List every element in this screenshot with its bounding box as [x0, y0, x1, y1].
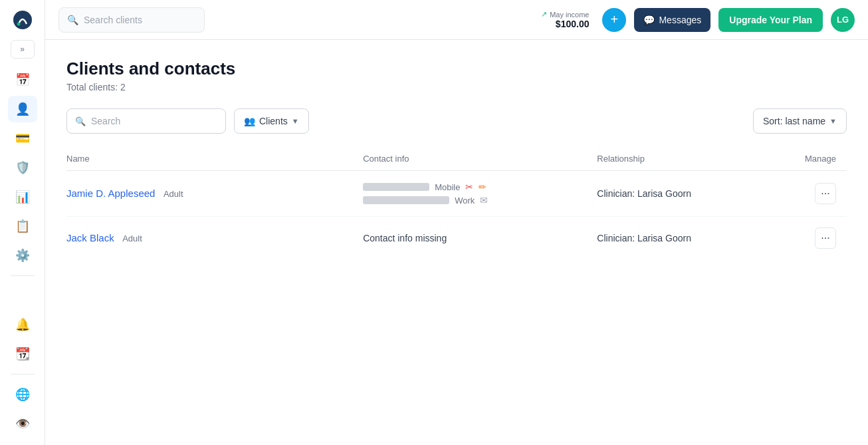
sidebar-item-analytics[interactable]: 📊 — [8, 184, 37, 210]
sidebar-divider-2 — [11, 374, 35, 374]
clients-filter-icon: 👥 — [244, 116, 255, 126]
sort-label: Sort: last name — [763, 116, 825, 126]
calendar-icon: 📅 — [15, 73, 30, 87]
table-header: Name Contact info Relationship Manage — [66, 147, 847, 171]
sidebar-bottom: 🔔 📆 🌐 👁️ — [8, 311, 37, 437]
col-manage: Manage — [769, 147, 847, 171]
work-label: Work — [455, 196, 475, 206]
mobile-contact-line: Mobile ✂ ✏ — [363, 182, 586, 192]
manage-button[interactable]: ··· — [815, 227, 836, 249]
contact-info-cell: Mobile ✂ ✏ Work ✉ — [363, 171, 597, 217]
sidebar-item-notifications[interactable]: 🔔 — [8, 311, 37, 338]
client-name-link[interactable]: Jack Black — [66, 232, 114, 243]
sidebar-item-billing[interactable]: 💳 — [8, 125, 37, 152]
sidebar-item-security[interactable]: 🛡️ — [8, 154, 37, 181]
filter-label: Clients — [259, 116, 288, 126]
contact-missing-text: Contact info missing — [363, 233, 447, 243]
client-name-link[interactable]: Jamie D. Appleseed — [66, 188, 155, 199]
sidebar-item-calendar[interactable]: 📅 — [8, 67, 37, 93]
global-search[interactable]: 🔍 — [58, 7, 205, 33]
manage-cell: ··· — [769, 217, 847, 260]
income-label-text: May income — [550, 11, 589, 19]
col-relationship: Relationship — [597, 147, 768, 171]
clients-icon: 👤 — [15, 102, 30, 116]
table-row: Jamie D. Appleseed Adult Mobile ✂ ✏ Work — [66, 171, 847, 217]
settings-icon: ⚙️ — [15, 248, 30, 263]
sidebar-item-preview[interactable]: 👁️ — [8, 410, 37, 437]
client-search-input[interactable] — [91, 116, 217, 126]
relationship-text: Clinician: Larisa Goorn — [597, 233, 691, 243]
svg-point-1 — [17, 23, 20, 26]
work-contact-line: Work ✉ — [363, 195, 586, 206]
messages-label: Messages — [659, 15, 701, 25]
app-logo — [11, 8, 35, 32]
mobile-label: Mobile — [435, 182, 460, 192]
messages-button[interactable]: 💬 Messages — [634, 8, 710, 32]
main-area: 🔍 ↗ May income $100.00 + 💬 Messages Upgr… — [45, 0, 868, 445]
relationship-cell: Clinician: Larisa Goorn — [597, 217, 768, 260]
edit-icon[interactable]: ✏ — [479, 182, 487, 192]
filter-button[interactable]: 👥 Clients ▼ — [234, 108, 309, 134]
schedule-icon: 📆 — [15, 347, 30, 361]
sidebar-divider — [11, 275, 35, 276]
reports-icon: 📋 — [15, 219, 30, 233]
sidebar-item-schedule[interactable]: 📆 — [8, 341, 37, 367]
sort-button[interactable]: Sort: last name ▼ — [753, 108, 847, 134]
eye-icon: 👁️ — [15, 416, 30, 431]
table-body: Jamie D. Appleseed Adult Mobile ✂ ✏ Work — [66, 171, 847, 260]
search-icon: 🔍 — [67, 15, 78, 25]
messages-icon: 💬 — [643, 15, 655, 25]
billing-icon: 💳 — [15, 131, 30, 146]
page-subtitle: Total clients: 2 — [66, 82, 847, 92]
global-search-input[interactable] — [84, 15, 196, 25]
mobile-number-blurred — [363, 183, 429, 191]
chevron-down-icon: ▼ — [292, 117, 299, 125]
analytics-icon: 📊 — [15, 190, 30, 204]
sidebar-item-globe[interactable]: 🌐 — [8, 381, 37, 408]
manage-cell: ··· — [769, 171, 847, 217]
add-button[interactable]: + — [602, 8, 626, 32]
search-box-icon: 🔍 — [75, 116, 86, 126]
table-row: Jack Black Adult Contact info missing Cl… — [66, 217, 847, 260]
relationship-text: Clinician: Larisa Goorn — [597, 188, 691, 199]
client-type: Adult — [122, 233, 142, 243]
col-contact: Contact info — [363, 147, 597, 171]
trend-up-icon: ↗ — [541, 10, 547, 19]
filters-row: 🔍 👥 Clients ▼ Sort: last name ▼ — [66, 108, 847, 134]
client-name-cell: Jack Black Adult — [66, 217, 363, 260]
sort-chevron-icon: ▼ — [829, 117, 837, 125]
sidebar-item-reports[interactable]: 📋 — [8, 213, 37, 239]
sidebar-item-clients[interactable]: 👤 — [8, 96, 37, 122]
client-type: Adult — [163, 189, 183, 199]
work-number-blurred — [363, 196, 449, 204]
col-name: Name — [66, 147, 363, 171]
clients-table: Name Contact info Relationship Manage Ja… — [66, 147, 847, 259]
relationship-cell: Clinician: Larisa Goorn — [597, 171, 768, 217]
mail-icon[interactable]: ✉ — [480, 195, 488, 206]
contact-info-cell: Contact info missing — [363, 217, 597, 260]
client-search[interactable]: 🔍 — [66, 108, 226, 134]
page-title: Clients and contacts — [66, 59, 847, 79]
topbar: 🔍 ↗ May income $100.00 + 💬 Messages Upgr… — [45, 0, 868, 40]
bell-icon: 🔔 — [15, 317, 30, 332]
globe-icon: 🌐 — [15, 387, 30, 402]
sidebar: » 📅 👤 💳 🛡️ 📊 📋 ⚙️ 🔔 📆 🌐 👁️ — [0, 0, 45, 445]
sidebar-collapse-button[interactable]: » — [11, 40, 35, 59]
content-area: Clients and contacts Total clients: 2 🔍 … — [45, 40, 868, 445]
upgrade-button[interactable]: Upgrade Your Plan — [718, 8, 823, 32]
sidebar-item-settings[interactable]: ⚙️ — [8, 242, 37, 269]
shield-icon: 🛡️ — [15, 160, 30, 175]
user-avatar[interactable]: LG — [831, 8, 855, 32]
manage-button[interactable]: ··· — [815, 183, 836, 204]
client-name-cell: Jamie D. Appleseed Adult — [66, 171, 363, 217]
phone-icon[interactable]: ✂ — [465, 182, 473, 192]
income-area: ↗ May income $100.00 — [541, 10, 589, 29]
income-amount: $100.00 — [556, 19, 590, 29]
